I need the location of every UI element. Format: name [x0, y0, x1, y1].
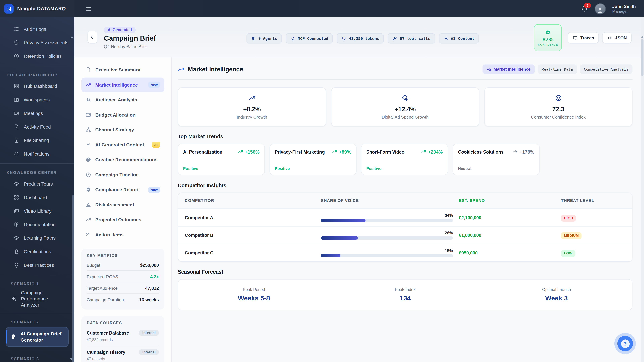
tab-real-time-data[interactable]: Real-time Data	[538, 64, 577, 74]
metric-label: Budget	[87, 263, 100, 267]
user-avatar[interactable]	[595, 3, 606, 14]
doc-nav-item-projected-outcomes[interactable]: Projected Outcomes	[81, 212, 164, 227]
fileup-icon	[14, 137, 19, 143]
sidebar-item-privacy-assessments[interactable]: Privacy Assessments	[0, 36, 74, 49]
metric-value: 4.2x	[150, 274, 159, 279]
divider	[0, 66, 74, 66]
sidebar-item-certifications[interactable]: Certifications	[0, 245, 74, 258]
doc-nav-label: Channel Strategy	[95, 127, 134, 132]
doc-nav-item-risk-assessment[interactable]: Risk Assessment	[81, 197, 164, 212]
sidebar-item-audit-logs[interactable]: Audit Logs	[0, 22, 74, 36]
help-button[interactable]: ?	[617, 336, 633, 351]
clock-icon	[14, 53, 19, 59]
tab-market-intelligence[interactable]: Market Intelligence	[482, 64, 535, 74]
doc-nav-item-creative-recommendations[interactable]: Creative Recommendations	[81, 152, 164, 167]
json-button[interactable]: JSON	[602, 32, 632, 43]
notifications-bell[interactable]: 5	[581, 5, 588, 12]
key-metrics-card: KEY METRICS Budget$250,000Expected ROAS4…	[81, 249, 164, 309]
stat-pill-67-tool-calls[interactable]: 67 tool calls	[388, 33, 435, 43]
brand: Nexgile-DATAMARQ	[0, 0, 74, 17]
agents-icon	[251, 36, 256, 41]
tabchart-icon	[486, 67, 492, 71]
page-body: Executive SummaryMarket IntelligenceNewA…	[74, 57, 644, 362]
scroll-up-icon[interactable]	[641, 36, 644, 38]
stat-pill-mcp-connected[interactable]: MCP Connected	[286, 33, 333, 43]
sidebar-item-learning-paths[interactable]: Learning Paths	[0, 231, 74, 245]
metric-value: $250,000	[140, 263, 159, 267]
data-source-records: 47 records	[87, 357, 159, 361]
metric-label: Target Audience	[87, 285, 118, 290]
grid-icon	[14, 194, 19, 200]
metric-value: 47,832	[145, 285, 159, 290]
trend-card-short-form-video: Short-Form Video+234%Positive	[361, 144, 448, 175]
stat-pill-48-250-tokens[interactable]: 48,250 tokens	[337, 33, 384, 43]
sidebar-section-title: COLLABORATION HUB	[0, 69, 74, 79]
sidebar-item-notifications[interactable]: Notifications	[0, 147, 74, 161]
sidebar-item-file-sharing[interactable]: File Sharing	[0, 133, 74, 147]
user-block[interactable]: John Smith Manager	[612, 3, 636, 13]
trend-sentiment: Positive	[183, 166, 260, 171]
doc-nav-item-channel-strategy[interactable]: Channel Strategy	[81, 122, 164, 137]
trend-name: Short-Form Video	[366, 149, 404, 154]
column-header: EST. SPEND	[459, 198, 561, 203]
data-source-tag: Internal	[139, 330, 159, 336]
sidebar-scroll-up-icon[interactable]	[70, 36, 74, 38]
sidebar-item-label: Best Practices	[24, 263, 54, 267]
column-header: COMPETITOR	[178, 198, 321, 203]
share-percentage: 28%	[321, 231, 453, 235]
doc-nav-item-executive-summary[interactable]: Executive Summary	[81, 62, 164, 77]
sidebar-item-workspaces[interactable]: Workspaces	[0, 93, 74, 106]
back-button[interactable]	[88, 31, 98, 43]
nav-badge: New	[148, 82, 160, 88]
page-header: AI Generated Campaign Brief Q4 Holiday S…	[74, 17, 644, 57]
trendup-icon	[421, 149, 426, 154]
sidebar-scrollbar[interactable]	[72, 195, 74, 362]
doc-nav-item-budget-allocation[interactable]: Budget Allocation	[81, 107, 164, 122]
book-icon	[14, 221, 19, 227]
brand-name: Nexgile-DATAMARQ	[17, 6, 66, 11]
doc-nav-item-market-intelligence[interactable]: Market IntelligenceNew	[81, 77, 164, 92]
doc-nav-item-campaign-timeline[interactable]: Campaign Timeline	[81, 167, 164, 182]
sidebar-item-label: Audit Logs	[24, 26, 46, 31]
doc-nav-item-ai-generated-content[interactable]: AI-Generated ContentAI	[81, 137, 164, 152]
scenario-item-label: AI Campaign Brief Generator	[20, 331, 64, 343]
sidebar-item-best-practices[interactable]: Best Practices	[0, 258, 74, 272]
share-of-voice-cell: 34%	[321, 213, 459, 222]
tab-label: Competitive Analysis	[584, 67, 628, 71]
menu-icon[interactable]	[85, 5, 92, 12]
sidebar-item-video-library[interactable]: Video Library	[0, 204, 74, 218]
trend-delta: +234%	[421, 149, 443, 154]
scrollbar-thumb[interactable]	[641, 39, 644, 76]
share-bar-fill	[321, 237, 358, 240]
data-source-name: Campaign History	[87, 350, 126, 355]
question-mark-icon: ?	[621, 339, 630, 348]
sidebar-item-meetings[interactable]: Meetings	[0, 106, 74, 120]
sidebar-item-documentation[interactable]: Documentation	[0, 218, 74, 231]
sidebar-item-dashboard[interactable]: Dashboard	[0, 190, 74, 204]
user-name: John Smith	[612, 3, 636, 9]
doc-nav-label: Risk Assessment	[95, 202, 134, 207]
data-source-item: Customer DatabaseInternal47,832 records	[87, 327, 159, 346]
sidebar-item-product-tours[interactable]: Product Tours	[0, 177, 74, 191]
confidence-label: CONFIDENCE	[538, 43, 558, 46]
scenario-item-campaign-performance-analyzer[interactable]: Campaign Performance Analyzer	[0, 288, 74, 310]
forecast-col-optimal-launch: Optimal LaunchWeek 3	[481, 280, 632, 310]
tab-competitive-analysis[interactable]: Competitive Analysis	[580, 64, 632, 74]
code-icon	[607, 35, 613, 40]
stat-pill-ai-content[interactable]: AI Content	[439, 33, 479, 43]
scenario-item-ai-campaign-brief-generator[interactable]: AI Campaign Brief Generator	[6, 327, 68, 347]
doc-nav-item-audience-analysis[interactable]: Audience Analysis	[81, 92, 164, 107]
palette-icon	[85, 157, 91, 163]
stat-pill-9-agents[interactable]: 9 Agents	[246, 33, 282, 43]
traces-button[interactable]: Traces	[568, 32, 599, 43]
sidebar-item-retention-policies[interactable]: Retention Policies	[0, 49, 74, 63]
main-scrollbar[interactable]	[641, 17, 644, 362]
viewport: Nexgile-DATAMARQ 5 John Smith Manager Au…	[0, 0, 644, 362]
sidebar-item-hub-dashboard[interactable]: Hub Dashboard	[0, 79, 74, 93]
doc-nav-item-action-items[interactable]: Action Items	[81, 227, 164, 242]
notification-count-badge: 5	[584, 3, 591, 8]
nav-badge: New	[148, 187, 160, 193]
sidebar-item-activity-feed[interactable]: Activity Feed	[0, 120, 74, 133]
doc-nav-item-compliance-report[interactable]: Compliance ReportNew	[81, 182, 164, 197]
key-metric-row: Campaign Duration13 weeks	[87, 294, 159, 305]
